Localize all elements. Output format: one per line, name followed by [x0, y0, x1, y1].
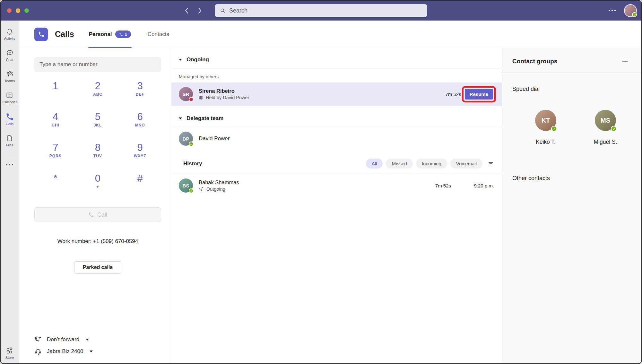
presence-available-badge — [189, 188, 194, 193]
outgoing-call-icon — [199, 186, 204, 192]
back-button[interactable] — [184, 7, 189, 14]
dialpad-key-3[interactable]: 3DEF — [119, 80, 161, 97]
minimize-window-button[interactable] — [16, 8, 20, 13]
check-icon — [190, 190, 193, 192]
history-title-group[interactable]: History — [179, 160, 366, 167]
profile-avatar[interactable] — [624, 4, 637, 17]
chevron-down-icon — [86, 339, 89, 341]
rail-more-button[interactable] — [6, 164, 13, 165]
key-digit: 6 — [119, 111, 161, 123]
calls-main-panel: Ongoing Managed by others SR Sirena Ribe… — [171, 48, 502, 364]
tab-contacts[interactable]: Contacts — [147, 21, 170, 48]
filter-button[interactable] — [488, 160, 494, 167]
rail-label: Activity — [4, 37, 15, 40]
sidebar-item-calendar[interactable]: Calender — [3, 91, 17, 104]
dialpad-key-8[interactable]: 8TUV — [77, 142, 119, 159]
sidebar-item-activity[interactable]: Activity — [4, 28, 15, 40]
phone-icon — [38, 31, 45, 38]
hold-status-text: Held by David Power — [206, 95, 249, 100]
speed-dial-contact[interactable]: KT Keiko T. — [522, 110, 569, 145]
dialpad-key-1[interactable]: 1 — [34, 80, 77, 97]
history-nav — [184, 1, 202, 21]
presence-available-badge — [189, 142, 194, 146]
audio-device-dropdown[interactable]: Jabra Biz 2400 — [34, 348, 161, 355]
delegate-member-row[interactable]: DP David Power — [171, 127, 502, 150]
forward-button[interactable] — [197, 7, 202, 14]
chevron-down-icon — [90, 351, 93, 352]
key-digit: 7 — [34, 142, 77, 153]
title-bar — [1, 1, 641, 21]
contact-name: Miguel S. — [594, 139, 617, 145]
dialpad-key-star[interactable]: * — [34, 173, 77, 189]
tab-personal[interactable]: Personal 1 — [88, 21, 132, 48]
caller-name: Babak Shammas — [199, 179, 435, 186]
filter-voicemail[interactable]: Voicemail — [450, 159, 482, 169]
dialpad-key-4[interactable]: 4GHI — [34, 111, 77, 128]
contact-groups-panel: Contact groups Speed dial — [502, 48, 641, 364]
member-name: David Power — [199, 135, 494, 142]
plus-icon — [621, 57, 629, 65]
avatar-initials: MS — [601, 117, 610, 124]
avatar-initials: BS — [183, 183, 189, 188]
dialpad-key-5[interactable]: 5JKL — [77, 111, 119, 128]
close-window-button[interactable] — [7, 8, 12, 13]
check-icon — [190, 143, 193, 145]
key-letters: GHI — [34, 123, 77, 128]
call-button[interactable]: Call — [34, 207, 161, 222]
more-options-button[interactable] — [609, 10, 616, 11]
history-entry-meta: 7m 52s 9:20 p.m. — [435, 183, 494, 188]
chevron-down-icon — [179, 59, 182, 61]
key-digit: 1 — [34, 80, 77, 92]
avatar-initials: KT — [542, 117, 550, 124]
resume-button[interactable]: Resume — [465, 89, 493, 100]
key-digit: 3 — [119, 80, 161, 92]
filter-icon — [488, 160, 494, 167]
call-type-text: Outgoing — [206, 186, 225, 192]
filter-incoming[interactable]: Incoming — [416, 159, 447, 169]
speed-dial-contact[interactable]: MS Miguel S. — [582, 110, 629, 145]
add-contact-group-button[interactable] — [621, 57, 629, 65]
sidebar-item-chat[interactable]: Chat — [6, 49, 14, 62]
key-digit: 8 — [77, 142, 119, 153]
key-letters: JKL — [77, 123, 119, 128]
ongoing-section-header[interactable]: Ongoing — [171, 48, 502, 68]
dialpad-key-6[interactable]: 6MNO — [119, 111, 161, 128]
maximize-window-button[interactable] — [24, 8, 29, 13]
call-duration: 7m 52s — [445, 91, 464, 97]
check-icon — [633, 13, 636, 16]
sidebar-item-calls[interactable]: Calls — [5, 112, 14, 126]
search-icon — [220, 7, 226, 14]
bell-icon — [6, 28, 14, 36]
forwarding-dropdown[interactable]: Don’t forward — [34, 336, 161, 343]
history-entry-row[interactable]: BS Babak Shammas — [171, 174, 502, 197]
filter-all[interactable]: All — [366, 159, 383, 169]
dialpad-key-hash[interactable]: # — [119, 173, 161, 189]
avatar: KT — [535, 110, 556, 131]
rail-label: Calender — [3, 100, 17, 104]
dialpad-key-7[interactable]: 7PQRS — [34, 142, 77, 159]
parked-calls-button[interactable]: Parked calls — [74, 261, 121, 273]
work-number: Work number: +1 (509) 670-0594 — [34, 238, 161, 245]
badge-count: 1 — [125, 32, 127, 37]
history-filters: All Missed Incoming Voicemail — [366, 159, 482, 169]
calendar-icon — [5, 91, 13, 99]
sidebar-item-store[interactable]: Store — [5, 347, 14, 360]
search-input[interactable] — [229, 7, 422, 14]
sidebar-item-teams[interactable]: Teams — [4, 70, 15, 83]
search-bar[interactable] — [215, 4, 427, 17]
dialpad-key-9[interactable]: 9WXYZ — [119, 142, 161, 159]
dialpad-key-2[interactable]: 2ABC — [77, 80, 119, 97]
tab-bar: Personal 1 Contacts — [88, 21, 170, 48]
chevron-right-icon — [197, 7, 202, 14]
app-rail: Activity Chat Teams — [1, 21, 19, 364]
filter-missed[interactable]: Missed — [386, 159, 413, 169]
dialpad-key-0[interactable]: 0+ — [77, 173, 119, 189]
call-status: Held by David Power — [199, 95, 445, 100]
key-letters — [34, 92, 77, 97]
file-icon — [6, 134, 13, 142]
dial-input[interactable] — [34, 57, 161, 72]
delegate-section-header[interactable]: Delegate team — [171, 106, 502, 127]
sidebar-item-files[interactable]: Files — [6, 134, 13, 147]
ongoing-call-row[interactable]: SR Sirena Ribeiro Held by David Power — [171, 82, 502, 106]
speed-dial-title: Speed dial — [512, 86, 629, 92]
